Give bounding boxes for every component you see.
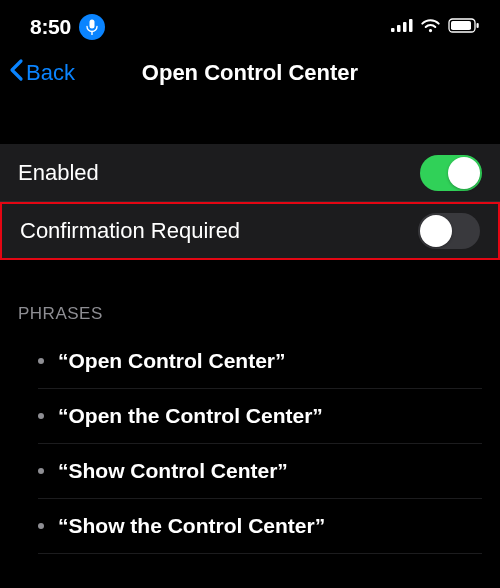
enabled-label: Enabled <box>18 160 99 186</box>
bullet-icon <box>38 358 44 364</box>
status-right <box>391 18 480 37</box>
svg-rect-3 <box>397 25 401 32</box>
phrase-text: “Show Control Center” <box>58 459 288 483</box>
toggle-knob <box>420 215 452 247</box>
phrase-item: “Show Control Center” <box>38 444 482 499</box>
back-button[interactable]: Back <box>8 58 75 88</box>
battery-icon <box>448 18 480 37</box>
enabled-row: Enabled <box>0 144 500 202</box>
svg-rect-8 <box>477 23 479 28</box>
phrase-list: “Open Control Center” “Open the Control … <box>0 334 500 554</box>
svg-rect-0 <box>89 20 94 29</box>
wifi-icon <box>420 18 441 37</box>
phrase-text: “Show the Control Center” <box>58 514 325 538</box>
confirmation-required-label: Confirmation Required <box>20 218 240 244</box>
phrase-text: “Open the Control Center” <box>58 404 323 428</box>
page-title: Open Control Center <box>142 60 358 86</box>
svg-rect-7 <box>451 21 471 30</box>
bullet-icon <box>38 413 44 419</box>
status-left: 8:50 <box>30 14 105 40</box>
navigation-bar: Back Open Control Center <box>0 48 500 104</box>
phrases-section-header: PHRASES <box>0 260 500 334</box>
phrase-item: “Open Control Center” <box>38 334 482 389</box>
microphone-active-icon <box>79 14 105 40</box>
content-area: Enabled Confirmation Required PHRASES “O… <box>0 104 500 554</box>
bullet-icon <box>38 468 44 474</box>
phrase-item: “Show the Control Center” <box>38 499 482 554</box>
svg-rect-2 <box>391 28 395 32</box>
cellular-signal-icon <box>391 18 413 36</box>
phrase-text: “Open Control Center” <box>58 349 286 373</box>
confirmation-required-toggle[interactable] <box>418 213 480 249</box>
back-label: Back <box>26 60 75 86</box>
svg-rect-5 <box>409 19 413 32</box>
toggle-knob <box>448 157 480 189</box>
chevron-left-icon <box>8 58 24 88</box>
enabled-toggle[interactable] <box>420 155 482 191</box>
phrase-item: “Open the Control Center” <box>38 389 482 444</box>
svg-rect-4 <box>403 22 407 32</box>
confirmation-required-row: Confirmation Required <box>0 202 500 260</box>
status-bar: 8:50 <box>0 0 500 48</box>
status-time: 8:50 <box>30 15 71 39</box>
bullet-icon <box>38 523 44 529</box>
